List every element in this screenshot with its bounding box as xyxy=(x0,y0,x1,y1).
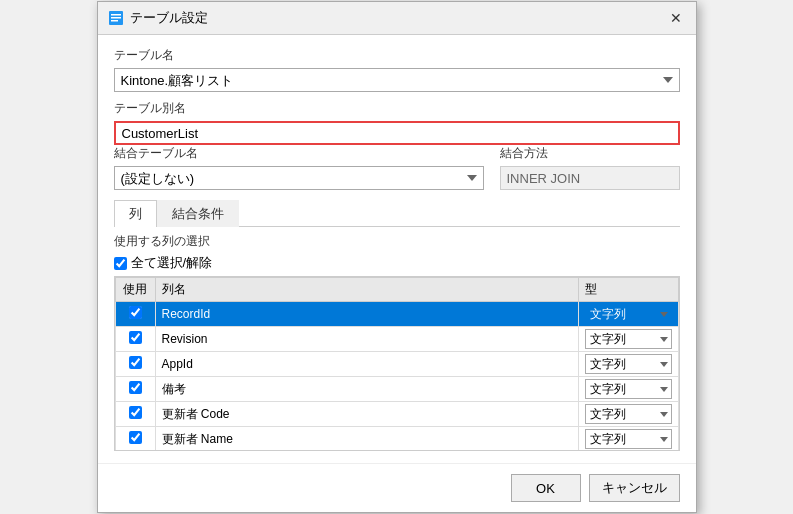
type-select[interactable]: 文字列 xyxy=(585,429,672,449)
alias-input[interactable] xyxy=(114,121,680,145)
select-all-row: 全て選択/解除 xyxy=(114,254,680,272)
row-checkbox[interactable] xyxy=(129,381,142,394)
row-checkbox[interactable] xyxy=(129,331,142,344)
cell-use xyxy=(115,302,155,327)
row-checkbox[interactable] xyxy=(129,406,142,419)
row-checkbox[interactable] xyxy=(129,356,142,369)
cell-type[interactable]: 文字列 xyxy=(578,302,678,327)
row-checkbox[interactable] xyxy=(129,431,142,444)
table-name-label: テーブル名 xyxy=(114,47,680,64)
header-use: 使用 xyxy=(115,278,155,302)
join-table-label: 結合テーブル名 xyxy=(114,145,484,162)
cell-type[interactable]: 文字列 xyxy=(578,352,678,377)
columns-section-label: 使用する列の選択 xyxy=(114,233,680,250)
tab-bar: 列 結合条件 xyxy=(114,200,680,227)
tab-columns[interactable]: 列 xyxy=(114,200,157,227)
cell-use xyxy=(115,327,155,352)
cell-name: 更新者 Name xyxy=(155,427,578,452)
type-select[interactable]: 文字列 xyxy=(585,329,672,349)
cell-type[interactable]: 文字列 xyxy=(578,427,678,452)
table-row[interactable]: 更新者 Name文字列 xyxy=(115,427,678,452)
table-name-select[interactable]: Kintone.顧客リスト xyxy=(114,68,680,92)
row-checkbox[interactable] xyxy=(129,306,142,319)
join-method-col: 結合方法 xyxy=(500,145,680,190)
join-method-label: 結合方法 xyxy=(500,145,680,162)
select-all-label: 全て選択/解除 xyxy=(131,254,213,272)
header-name: 列名 xyxy=(155,278,578,302)
type-select[interactable]: 文字列 xyxy=(585,379,672,399)
svg-rect-2 xyxy=(111,17,121,19)
cell-name: RecordId xyxy=(155,302,578,327)
ok-button[interactable]: OK xyxy=(511,474,581,502)
alias-label: テーブル別名 xyxy=(114,100,680,117)
type-select[interactable]: 文字列 xyxy=(585,404,672,424)
join-method-input xyxy=(500,166,680,190)
select-all-checkbox[interactable] xyxy=(114,257,127,270)
cell-use xyxy=(115,377,155,402)
cell-use xyxy=(115,402,155,427)
table-row[interactable]: AppId文字列 xyxy=(115,352,678,377)
cell-use xyxy=(115,352,155,377)
title-bar-left: テーブル設定 xyxy=(108,9,208,27)
close-button[interactable]: ✕ xyxy=(666,8,686,28)
cell-name: 備考 xyxy=(155,377,578,402)
table-settings-dialog: テーブル設定 ✕ テーブル名 Kintone.顧客リスト テーブル別名 結合テー… xyxy=(97,1,697,513)
columns-table-container[interactable]: 使用 列名 型 RecordId文字列Revision文字列AppId文字列備考… xyxy=(114,276,680,451)
cell-name: AppId xyxy=(155,352,578,377)
cell-name: 更新者 Code xyxy=(155,402,578,427)
table-row[interactable]: 更新者 Code文字列 xyxy=(115,402,678,427)
type-select[interactable]: 文字列 xyxy=(585,354,672,374)
cell-type[interactable]: 文字列 xyxy=(578,327,678,352)
table-row[interactable]: 備考文字列 xyxy=(115,377,678,402)
join-table-col: 結合テーブル名 (設定しない) xyxy=(114,145,484,190)
table-row[interactable]: RecordId文字列 xyxy=(115,302,678,327)
cell-type[interactable]: 文字列 xyxy=(578,402,678,427)
table-header-row: 使用 列名 型 xyxy=(115,278,678,302)
join-row: 結合テーブル名 (設定しない) 結合方法 xyxy=(114,145,680,190)
dialog-icon xyxy=(108,10,124,26)
table-row[interactable]: Revision文字列 xyxy=(115,327,678,352)
cell-use xyxy=(115,427,155,452)
type-select[interactable]: 文字列 xyxy=(585,304,672,324)
join-table-select[interactable]: (設定しない) xyxy=(114,166,484,190)
svg-rect-1 xyxy=(111,14,121,16)
dialog-title: テーブル設定 xyxy=(130,9,208,27)
cell-name: Revision xyxy=(155,327,578,352)
dialog-footer: OK キャンセル xyxy=(98,463,696,512)
svg-rect-3 xyxy=(111,20,118,22)
tab-join-condition[interactable]: 結合条件 xyxy=(157,200,239,227)
columns-table: 使用 列名 型 RecordId文字列Revision文字列AppId文字列備考… xyxy=(115,277,679,451)
cancel-button[interactable]: キャンセル xyxy=(589,474,680,502)
cell-type[interactable]: 文字列 xyxy=(578,377,678,402)
header-type: 型 xyxy=(578,278,678,302)
dialog-body: テーブル名 Kintone.顧客リスト テーブル別名 結合テーブル名 (設定しな… xyxy=(98,35,696,463)
title-bar: テーブル設定 ✕ xyxy=(98,2,696,35)
